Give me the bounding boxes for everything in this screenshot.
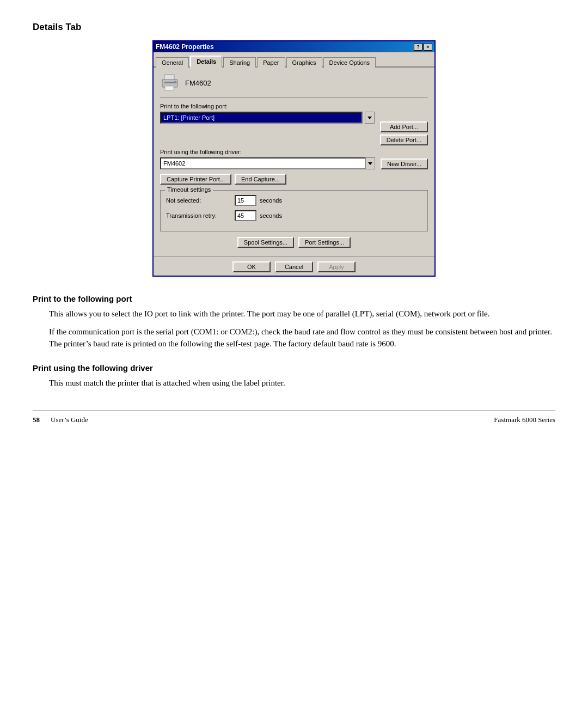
dialog-footer: OK Cancel Apply xyxy=(154,257,434,276)
driver-select[interactable]: FM4602 xyxy=(160,157,366,169)
timeout-legend: Timeout settings xyxy=(165,186,213,193)
body-section-2: Print using the following driver This mu… xyxy=(33,363,555,389)
close-button[interactable]: × xyxy=(424,43,432,51)
port-select[interactable]: LPT1: [Printer Port] xyxy=(160,112,363,124)
dialog-title-area: FM4602 Properties xyxy=(156,43,214,51)
port-value: LPT1: [Printer Port] xyxy=(163,114,215,121)
dialog: FM4602 Properties ? × General Details Sh… xyxy=(152,40,436,277)
footer-page-number: 58 xyxy=(33,416,40,424)
tab-paper[interactable]: Paper xyxy=(257,57,285,68)
page-section-title: Details Tab xyxy=(33,22,555,33)
ok-button[interactable]: OK xyxy=(232,261,271,272)
help-button[interactable]: ? xyxy=(414,43,422,51)
add-port-button[interactable]: Add Port... xyxy=(380,121,428,132)
spool-settings-button[interactable]: Spool Settings... xyxy=(237,237,294,248)
cancel-button[interactable]: Cancel xyxy=(275,261,313,272)
arrow-down-icon xyxy=(367,117,372,119)
driver-section: FM4602 New Driver... xyxy=(160,157,428,169)
capture-row: Capture Printer Port... End Capture... xyxy=(160,174,428,185)
new-driver-button[interactable]: New Driver... xyxy=(381,158,428,169)
printer-name-label: FM4602 xyxy=(185,79,211,87)
not-selected-row: Not selected: seconds xyxy=(166,195,422,206)
body-section-1: Print to the following port This allows … xyxy=(33,294,555,350)
separator xyxy=(160,97,428,97)
capture-printer-port-button[interactable]: Capture Printer Port... xyxy=(160,174,231,185)
not-selected-label: Not selected: xyxy=(166,197,231,204)
driver-right: New Driver... xyxy=(381,157,428,169)
dialog-wrapper: FM4602 Properties ? × General Details Sh… xyxy=(33,40,555,277)
driver-select-row: FM4602 xyxy=(160,157,375,169)
tab-device-options[interactable]: Device Options xyxy=(323,57,376,68)
footer-brand: Fastmark 6000 Series xyxy=(494,416,555,424)
print-using-label: Print using the following driver: xyxy=(160,149,428,155)
printer-info-row: FM4602 xyxy=(160,74,428,91)
not-selected-unit: seconds xyxy=(260,197,282,204)
dialog-title-text: FM4602 Properties xyxy=(156,43,214,51)
dialog-titlebar: FM4602 Properties ? × xyxy=(154,41,434,52)
port-row: LPT1: [Printer Port] xyxy=(160,112,375,124)
printer-icon xyxy=(160,74,180,91)
driver-dropdown-arrow[interactable] xyxy=(365,157,375,169)
port-dropdown-arrow[interactable] xyxy=(365,112,375,124)
transmission-unit: seconds xyxy=(260,212,282,219)
section1-para1: This allows you to select the IO port to… xyxy=(49,308,555,320)
driver-arrow-down-icon xyxy=(368,162,372,165)
tab-sharing[interactable]: Sharing xyxy=(223,57,256,68)
section1-heading: Print to the following port xyxy=(33,294,555,303)
svg-rect-3 xyxy=(165,86,174,90)
driver-value: FM4602 xyxy=(163,160,185,167)
delete-port-button[interactable]: Delete Port... xyxy=(380,135,428,145)
tab-details[interactable]: Details xyxy=(190,56,222,68)
section2-heading: Print using the following driver xyxy=(33,363,555,373)
tab-graphics[interactable]: Graphics xyxy=(286,57,322,68)
transmission-input[interactable] xyxy=(235,210,256,221)
section1-para2: If the communication port is the serial … xyxy=(49,326,555,350)
apply-button[interactable]: Apply xyxy=(317,261,356,272)
svg-rect-0 xyxy=(164,75,174,80)
end-capture-button[interactable]: End Capture... xyxy=(235,174,286,185)
svg-rect-2 xyxy=(164,82,174,83)
driver-left: FM4602 xyxy=(160,157,375,169)
port-left: LPT1: [Printer Port] xyxy=(160,112,375,145)
footer-left: 58 User’s Guide xyxy=(33,416,88,424)
section2-para1: This must match the printer that is atta… xyxy=(49,377,555,389)
footer-guide-label: User’s Guide xyxy=(51,416,88,424)
tab-general[interactable]: General xyxy=(156,57,189,68)
dialog-content: FM4602 Print to the following port: LPT1… xyxy=(154,68,434,257)
tab-bar: General Details Sharing Paper Graphics D… xyxy=(154,52,434,68)
port-settings-button[interactable]: Port Settings... xyxy=(298,237,351,248)
spool-port-row: Spool Settings... Port Settings... xyxy=(160,237,428,248)
transmission-label: Transmission retry: xyxy=(166,212,231,219)
svg-point-4 xyxy=(174,81,176,83)
timeout-group: Timeout settings Not selected: seconds T… xyxy=(160,190,428,231)
print-to-label: Print to the following port: xyxy=(160,103,428,109)
page-footer: 58 User’s Guide Fastmark 6000 Series xyxy=(33,411,555,424)
port-right: Add Port... Delete Port... xyxy=(380,112,428,145)
transmission-row: Transmission retry: seconds xyxy=(166,210,422,221)
titlebar-buttons: ? × xyxy=(414,43,432,51)
not-selected-input[interactable] xyxy=(235,195,256,206)
port-section: LPT1: [Printer Port] Add Port... Delete … xyxy=(160,112,428,145)
